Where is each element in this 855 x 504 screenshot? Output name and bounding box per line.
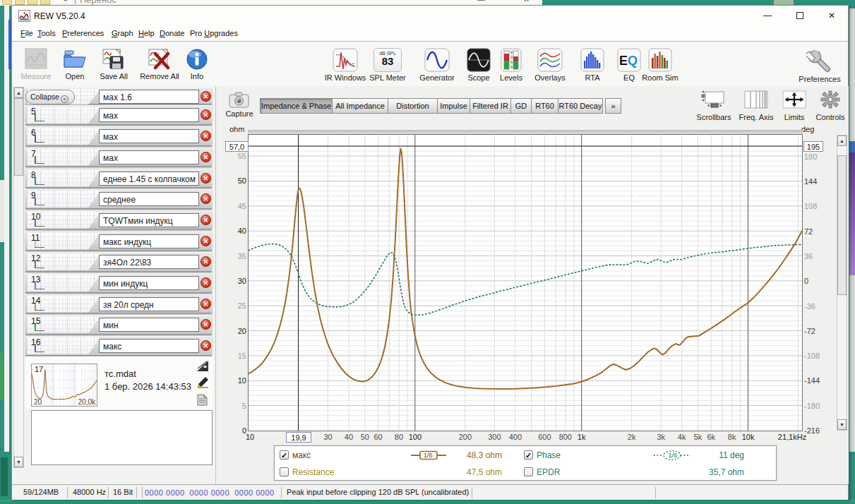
delete-measurement-button[interactable]: ✕ xyxy=(201,340,211,351)
delete-measurement-button[interactable]: ✕ xyxy=(201,152,211,162)
measurement-row-top[interactable]: Collapse«✕ xyxy=(25,88,212,104)
legend-checkbox-EPDR[interactable] xyxy=(524,467,533,476)
capture-button[interactable]: Capture xyxy=(223,92,256,118)
impedance-phase-plot[interactable] xyxy=(249,135,802,431)
save-graph-icon[interactable] xyxy=(197,361,209,372)
toolbar-generator-button[interactable]: Generator xyxy=(413,48,461,82)
measurement-name-input[interactable] xyxy=(99,129,199,143)
edit-pencil-icon[interactable] xyxy=(197,376,209,388)
close-button[interactable]: ✕ xyxy=(821,11,842,22)
menu-graph[interactable]: Graph xyxy=(112,29,133,37)
measurement-name-input[interactable] xyxy=(99,255,199,269)
scrollbar-thumb[interactable] xyxy=(14,98,23,176)
tab-distortion[interactable]: Distortion xyxy=(388,98,438,114)
measurement-name-input[interactable] xyxy=(99,234,199,248)
right-axis-top-limit[interactable]: 195 xyxy=(803,141,823,152)
right-axis-tick: 72 xyxy=(804,227,813,236)
delete-measurement-button[interactable]: ✕ xyxy=(201,277,211,288)
legend-checkbox-макс[interactable]: ✓ xyxy=(280,450,289,460)
delete-measurement-button[interactable]: ✕ xyxy=(201,236,211,246)
tab-impedance-phase[interactable]: Impedance & Phase xyxy=(260,98,333,114)
tab-rt60[interactable]: RT60 xyxy=(532,98,558,114)
delete-measurement-button[interactable]: ✕ xyxy=(201,109,211,120)
measurement-row-16[interactable]: 16✕ xyxy=(25,336,212,356)
measurement-name-input[interactable] xyxy=(99,192,199,206)
collapse-chevron-icon: « xyxy=(61,95,68,103)
delete-measurement-button[interactable]: ✕ xyxy=(201,299,211,309)
measurement-row-15[interactable]: 15✕ xyxy=(25,315,212,335)
delete-measurement-button[interactable]: ✕ xyxy=(201,131,211,141)
tab-rt60-decay[interactable]: RT60 Decay xyxy=(558,98,603,114)
legend-checkbox-Resistance[interactable] xyxy=(280,467,289,476)
measurement-name-input[interactable] xyxy=(99,297,199,311)
measurement-name-input[interactable] xyxy=(99,150,199,164)
delete-measurement-button[interactable]: ✕ xyxy=(201,256,211,267)
tab-impulse[interactable]: Impulse xyxy=(438,98,470,114)
measurement-name-input[interactable] xyxy=(99,339,199,353)
minimize-button[interactable]: — xyxy=(757,11,778,22)
measurement-name-input[interactable] xyxy=(99,276,199,290)
toolbar-preferences-button[interactable]: Preferences xyxy=(796,48,844,83)
scroll-down-icon[interactable]: ▼ xyxy=(837,419,847,430)
delete-measurement-button[interactable]: ✕ xyxy=(201,319,211,330)
toolbar-room-sim-button[interactable]: Room Sim xyxy=(636,48,684,82)
measurement-row-13[interactable]: 13✕ xyxy=(25,273,212,293)
measurement-number: 13 xyxy=(31,275,40,284)
x-axis-tick: 200 xyxy=(459,433,472,441)
controls-icon xyxy=(820,90,840,112)
measurement-number: 17 xyxy=(35,365,43,373)
measurement-row-10[interactable]: 10✕ xyxy=(25,210,212,230)
delete-measurement-button[interactable]: ✕ xyxy=(201,215,211,225)
scroll-down-icon[interactable]: ▼ xyxy=(14,457,23,467)
notes-document-icon[interactable] xyxy=(197,394,209,405)
selected-measurement-panel[interactable]: 172020,0kтс.mdat1 бер. 2026 14:43:53 xyxy=(25,356,213,409)
menu-file[interactable]: File xyxy=(20,29,33,37)
measurement-name-input[interactable] xyxy=(99,90,199,104)
cursor-frequency-readout[interactable]: 19,9 xyxy=(286,432,311,443)
measurement-row-9[interactable]: 9✕ xyxy=(25,189,212,209)
scrollbar-thumb[interactable] xyxy=(837,155,847,295)
controls-button[interactable]: Controls xyxy=(808,90,853,121)
menu-pro-upgrades[interactable]: Pro Upgrades xyxy=(190,29,238,37)
measurement-row-12[interactable]: 12✕ xyxy=(25,252,212,272)
tab-gd[interactable]: GD xyxy=(511,98,532,114)
measurement-row-11[interactable]: 11✕ xyxy=(25,232,212,251)
tab-filtered-ir[interactable]: Filtered IR xyxy=(470,98,511,114)
measurement-row-14[interactable]: 14✕ xyxy=(25,294,212,314)
collapse-button[interactable]: Collapse« xyxy=(25,90,75,104)
menu-tools[interactable]: Tools xyxy=(37,29,56,37)
measurement-name-input[interactable] xyxy=(99,172,199,186)
x-axis-tick: 21,1kHz xyxy=(778,433,806,441)
trace-baseline xyxy=(35,268,44,268)
toolbar-info-button[interactable]: Info xyxy=(173,48,221,80)
toolbar-spl-meter-button[interactable]: dB SPL83SPL Meter xyxy=(364,48,412,82)
menu-help[interactable]: Help xyxy=(138,29,155,37)
scroll-up-icon[interactable]: ▲ xyxy=(837,136,847,146)
scroll-up-icon[interactable]: ▲ xyxy=(14,88,23,98)
graph-scrollbar[interactable]: ▲ ▼ xyxy=(837,135,847,431)
measurement-row-7[interactable]: 7✕ xyxy=(25,148,212,167)
measurement-name-input[interactable] xyxy=(99,108,199,122)
measurement-row-8[interactable]: 8✕ xyxy=(25,169,212,188)
measurement-notes-input[interactable] xyxy=(31,410,213,465)
toolbar-ir-windows-button[interactable]: IR Windows xyxy=(321,48,369,82)
left-axis-top-limit[interactable]: 57,0 xyxy=(225,141,249,152)
delete-measurement-button[interactable]: ✕ xyxy=(201,173,211,184)
delete-measurement-button[interactable]: ✕ xyxy=(201,91,211,102)
measurement-row-6[interactable]: 6✕ xyxy=(25,126,212,146)
measurement-name-input[interactable] xyxy=(99,213,199,227)
scrollbars-button[interactable]: Scrollbars xyxy=(691,90,736,121)
maximize-button[interactable] xyxy=(789,11,811,22)
legend-checkbox-Phase[interactable]: ✓ xyxy=(524,450,533,460)
measurements-scrollbar[interactable]: ▲ ▼ xyxy=(13,87,24,468)
menu-donate[interactable]: Donate xyxy=(160,29,184,37)
measurement-row-5[interactable]: 5✕ xyxy=(25,105,212,125)
tab--[interactable]: » xyxy=(605,98,621,114)
menu-preferences[interactable]: Preferences xyxy=(62,29,104,37)
title-bar[interactable]: REW V5.20.4 — ✕ xyxy=(12,6,848,26)
toolbar-save-all-button[interactable]: Save All xyxy=(90,48,138,80)
measurement-name-input[interactable] xyxy=(99,318,199,332)
delete-measurement-button[interactable]: ✕ xyxy=(201,193,211,204)
tab-all-impedance[interactable]: All Impedance xyxy=(333,98,388,114)
toolbar-overlays-button[interactable]: Overlays xyxy=(526,48,574,82)
